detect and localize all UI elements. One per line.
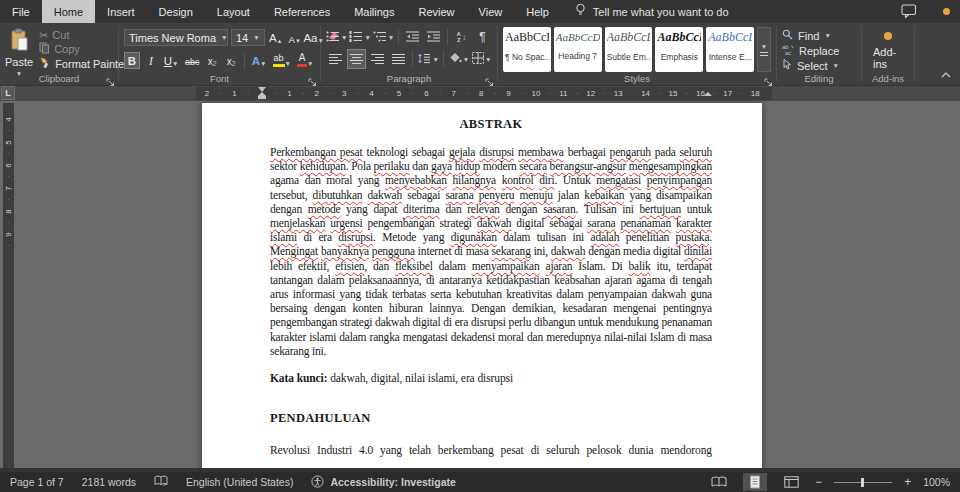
language-indicator[interactable]: English (United States): [186, 476, 293, 488]
font-group: Times New Roma▼ 14▼ A▲ A▼ Aa▼ B I U▼ abc: [119, 23, 320, 85]
font-color-button[interactable]: A▼: [295, 52, 315, 69]
read-mode-button[interactable]: [707, 473, 731, 491]
show-formatting-button[interactable]: ¶: [473, 27, 492, 47]
style-subtle-emphasis[interactable]: AaBbCcL Subtle Em...: [605, 27, 653, 72]
sort-button[interactable]: AZ ↓: [452, 27, 471, 47]
align-center-button[interactable]: [347, 49, 366, 69]
justify-button[interactable]: [389, 49, 408, 69]
tab-home[interactable]: Home: [42, 0, 95, 23]
misspelled-word: hidup: [455, 160, 480, 172]
text-effects-button[interactable]: A▼: [250, 52, 268, 69]
select-button[interactable]: Select▼: [782, 58, 856, 73]
intro-paragraph[interactable]: Revolusi Industri 4.0 yang telah berkemb…: [270, 439, 712, 468]
bullets-button[interactable]: ▼: [326, 27, 347, 47]
misspelled-word: sekarang: [491, 245, 530, 257]
text-run: digital sebagai: [511, 217, 587, 229]
tell-me-box[interactable]: Tell me what you want to do: [575, 0, 729, 23]
increase-indent-icon: [427, 28, 441, 46]
accessibility-status[interactable]: Accessibility: Investigate: [311, 475, 455, 490]
find-button[interactable]: Find▼: [782, 28, 856, 43]
align-left-button[interactable]: [326, 49, 345, 69]
change-case-button[interactable]: Aa▼: [306, 29, 322, 46]
grow-font-button[interactable]: A▲: [268, 29, 284, 46]
tab-mailings[interactable]: Mailings: [342, 0, 406, 23]
chevron-down-icon: ▼: [253, 34, 259, 41]
style-no-spacing[interactable]: AaBbCcD ¶ No Spac...: [503, 27, 551, 72]
italic-button[interactable]: I: [143, 52, 159, 69]
highlight-color-bar: [273, 64, 285, 67]
web-layout-button[interactable]: [779, 473, 803, 491]
increase-indent-button[interactable]: [424, 27, 443, 47]
print-layout-button[interactable]: [743, 473, 767, 491]
zoom-level[interactable]: 100%: [923, 476, 950, 488]
numbering-button[interactable]: ▼: [349, 27, 370, 47]
paragraph-dialog-launcher-icon[interactable]: [485, 73, 495, 83]
underline-button[interactable]: U▼: [162, 52, 180, 69]
document-page[interactable]: ABSTRAK Perkembangan pesat teknologi seb…: [202, 103, 762, 468]
keywords-line[interactable]: Kata kunci: dakwah, digital, nilai islam…: [270, 372, 712, 384]
copy-button[interactable]: Copy: [39, 42, 128, 56]
font-size-combobox[interactable]: 14▼: [231, 29, 265, 46]
tab-insert[interactable]: Insert: [95, 0, 147, 23]
strikethrough-button[interactable]: abc: [183, 52, 201, 69]
tab-review[interactable]: Review: [407, 0, 467, 23]
style-intense-emphasis[interactable]: AaBbCcL Intense E...: [706, 27, 754, 72]
styles-group-label: Styles: [498, 73, 776, 84]
paste-button[interactable]: Paste ▼: [5, 26, 33, 71]
page-indicator[interactable]: Page 1 of 7: [10, 476, 64, 488]
multilevel-list-button[interactable]: ▼: [373, 27, 394, 47]
zoom-slider[interactable]: [834, 482, 892, 483]
shading-button[interactable]: ▼: [448, 49, 469, 69]
tab-stop-selector[interactable]: L: [1, 86, 15, 100]
line-spacing-button[interactable]: ▼: [417, 49, 439, 69]
superscript-button[interactable]: x2: [223, 52, 239, 69]
status-bar: Page 1 of 7 2181 words English (United S…: [0, 472, 960, 492]
styles-gallery-more-button[interactable]: ▼: [757, 27, 771, 72]
left-indent-marker[interactable]: [258, 96, 266, 99]
proofing-status[interactable]: [154, 475, 168, 489]
tab-references[interactable]: References: [262, 0, 342, 23]
ruler-tick-dot: ·: [466, 87, 470, 100]
decrease-indent-button[interactable]: [403, 27, 422, 47]
borders-button[interactable]: ▼: [472, 49, 492, 69]
tab-view[interactable]: View: [467, 0, 515, 23]
format-painter-button[interactable]: Format Painter: [39, 57, 128, 71]
vertical-ruler-tick-dot: ·: [6, 127, 11, 134]
subscript-button[interactable]: x2: [204, 52, 220, 69]
clipboard-dialog-launcher-icon[interactable]: [106, 73, 116, 83]
vertical-ruler-cm-label: 8: [4, 206, 13, 217]
comments-icon[interactable]: [901, 4, 917, 20]
font-dialog-launcher-icon[interactable]: [308, 73, 318, 83]
tab-design[interactable]: Design: [147, 0, 205, 23]
tab-layout[interactable]: Layout: [205, 0, 262, 23]
titlebar-right: [901, 0, 950, 23]
text-run: . Untuk: [554, 174, 596, 186]
addins-button[interactable]: Add-ins: [867, 26, 909, 70]
collapse-ribbon-button[interactable]: [941, 64, 951, 82]
shrink-font-button[interactable]: A▼: [287, 29, 303, 46]
zoom-slider-thumb[interactable]: [861, 478, 864, 487]
search-icon: [782, 29, 793, 42]
misspelled-word: urgensi: [330, 217, 362, 229]
styles-dialog-launcher-icon[interactable]: [764, 73, 774, 83]
font-name-combobox[interactable]: Times New Roma▼: [124, 29, 228, 46]
abstract-paragraph[interactable]: Perkembangan pesat teknologi sebagai gej…: [270, 145, 712, 358]
vertical-ruler[interactable]: 4·5·6·7·8·9·: [3, 103, 14, 468]
bold-button[interactable]: B: [124, 52, 140, 69]
word-count[interactable]: 2181 words: [82, 476, 136, 488]
zoom-in-button[interactable]: +: [904, 476, 911, 488]
cut-button[interactable]: ✂ Cut: [39, 28, 128, 42]
align-right-button[interactable]: [368, 49, 387, 69]
text-run: . Pola: [346, 160, 374, 172]
tab-help[interactable]: Help: [514, 0, 561, 23]
zoom-out-button[interactable]: −: [815, 476, 822, 488]
horizontal-ruler[interactable]: 21···1·2·3·4·5·6·7·8·9·10·11·12·13·14·15…: [196, 87, 772, 100]
text-highlight-button[interactable]: ab▼: [271, 52, 292, 69]
misspelled-word: dakwah: [551, 245, 586, 257]
text-run: dan: [410, 160, 431, 172]
style-heading-7[interactable]: AaBbCcDc Heading 7: [554, 27, 602, 72]
text-run: pengembangan strategi: [362, 217, 476, 229]
style-emphasis[interactable]: AaBbCcL Emphasis: [655, 27, 703, 72]
replace-button[interactable]: abac Replace: [782, 43, 856, 58]
tab-file[interactable]: File: [0, 0, 42, 23]
